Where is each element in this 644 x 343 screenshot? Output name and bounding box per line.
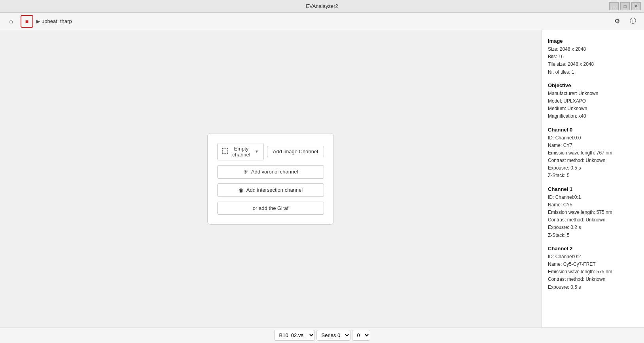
ch0-emission: Emission wave length: 767 nm bbox=[548, 149, 638, 157]
objective-section-title: Objective bbox=[548, 82, 638, 88]
image-bits: Bits: 16 bbox=[548, 53, 638, 61]
ch1-name: Name: CY5 bbox=[548, 201, 638, 209]
ch0-id: ID: Channel:0:0 bbox=[548, 134, 638, 142]
ch2-exposure: Expousre: 0.5 s bbox=[548, 284, 638, 291]
ch1-contrast: Contrast method: Unknown bbox=[548, 216, 638, 224]
add-image-channel-button[interactable]: Add image Channel bbox=[267, 146, 324, 157]
obj-manufacturer: Manufacturer: Unknown bbox=[548, 90, 638, 97]
titlebar: EVAnalayzer2 – □ ✕ bbox=[0, 0, 644, 13]
index-select[interactable]: 0 bbox=[352, 330, 370, 341]
ch1-zstack: Z-Stack: 5 bbox=[548, 232, 638, 239]
voronoi-icon: ✳ bbox=[243, 169, 248, 175]
add-giraf-button[interactable]: or add the Giraf bbox=[217, 202, 324, 215]
obj-medium: Medium: Unknown bbox=[548, 105, 638, 112]
channel-top-row: Empty channel ▼ Add image Channel bbox=[217, 143, 324, 160]
ch0-zstack: Z-Stack: 5 bbox=[548, 172, 638, 179]
gear-icon: ⚙ bbox=[614, 17, 620, 25]
breadcrumb: ▶ upbeat_tharp bbox=[36, 18, 72, 24]
empty-channel-icon bbox=[222, 148, 228, 155]
image-nr-tiles: Nr. of tiles: 1 bbox=[548, 69, 638, 76]
ch1-emission: Emission wave length: 575 nm bbox=[548, 209, 638, 216]
breadcrumb-arrow-icon: ▶ bbox=[36, 19, 40, 24]
window-controls: – □ ✕ bbox=[609, 2, 641, 10]
intersection-icon: ◉ bbox=[239, 187, 243, 193]
ch0-contrast: Contrast method: Unknown bbox=[548, 157, 638, 164]
image-section-title: Image bbox=[548, 38, 638, 44]
minimize-button[interactable]: – bbox=[609, 2, 619, 10]
file-select[interactable]: B10_02.vsi bbox=[274, 330, 315, 341]
close-button[interactable]: ✕ bbox=[631, 2, 641, 10]
info-icon: ⓘ bbox=[630, 17, 636, 25]
ch0-exposure: Expousre: 0.5 s bbox=[548, 164, 638, 172]
channel2-section-title: Channel 2 bbox=[548, 246, 638, 252]
obj-model: Model: UPLXAPO bbox=[548, 97, 638, 105]
add-intersection-label: Add intersection channel bbox=[246, 187, 303, 193]
home-button[interactable]: ⌂ bbox=[5, 15, 17, 28]
toolbar: ⌂ ■ ▶ upbeat_tharp ⚙ ⓘ bbox=[0, 13, 644, 30]
empty-channel-button[interactable]: Empty channel ▼ bbox=[217, 143, 264, 160]
maximize-button[interactable]: □ bbox=[620, 2, 630, 10]
ch1-exposure: Expousre: 0.2 s bbox=[548, 224, 638, 231]
obj-magnification: Magnification: x40 bbox=[548, 112, 638, 120]
home-icon: ⌂ bbox=[9, 18, 13, 25]
series-select[interactable]: Series 0 bbox=[316, 330, 350, 341]
info-button[interactable]: ⓘ bbox=[627, 15, 639, 28]
toolbar-right: ⚙ ⓘ bbox=[611, 15, 639, 28]
channel1-section-title: Channel 1 bbox=[548, 186, 638, 192]
settings-button[interactable]: ⚙ bbox=[611, 15, 623, 28]
bottombar: B10_02.vsi Series 0 0 bbox=[0, 327, 644, 343]
red-square-icon: ■ bbox=[25, 18, 28, 25]
ch2-contrast: Contrast method: Unknown bbox=[548, 276, 638, 283]
image-size: Size: 2048 x 2048 bbox=[548, 46, 638, 53]
main-area: Empty channel ▼ Add image Channel ✳ Add … bbox=[0, 30, 644, 327]
ch2-name: Name: Cy5-Cy7-FRET bbox=[548, 261, 638, 268]
ch2-id: ID: Channel:0:2 bbox=[548, 253, 638, 261]
channel0-section-title: Channel 0 bbox=[548, 127, 638, 133]
add-intersection-button[interactable]: ◉ Add intersection channel bbox=[217, 183, 324, 197]
dropdown-arrow-icon: ▼ bbox=[255, 149, 259, 154]
red-square-button[interactable]: ■ bbox=[21, 15, 33, 28]
add-voronoi-button[interactable]: ✳ Add voronoi channel bbox=[217, 165, 324, 179]
ch1-id: ID: Channel:0:1 bbox=[548, 194, 638, 201]
empty-channel-label: Empty channel bbox=[230, 146, 252, 158]
window-title: EVAnalayzer2 bbox=[306, 3, 338, 9]
content-area: Empty channel ▼ Add image Channel ✳ Add … bbox=[0, 30, 541, 327]
image-tile-size: Tile size: 2048 x 2048 bbox=[548, 61, 638, 68]
ch0-name: Name: CY7 bbox=[548, 142, 638, 149]
channel-panel: Empty channel ▼ Add image Channel ✳ Add … bbox=[207, 133, 334, 225]
add-voronoi-label: Add voronoi channel bbox=[251, 169, 298, 175]
ch2-emission: Emission wave length: 575 nm bbox=[548, 268, 638, 276]
add-giraf-label: or add the Giraf bbox=[253, 205, 288, 211]
breadcrumb-label: upbeat_tharp bbox=[42, 18, 72, 24]
right-sidebar[interactable]: Image Size: 2048 x 2048 Bits: 16 Tile si… bbox=[541, 30, 644, 327]
